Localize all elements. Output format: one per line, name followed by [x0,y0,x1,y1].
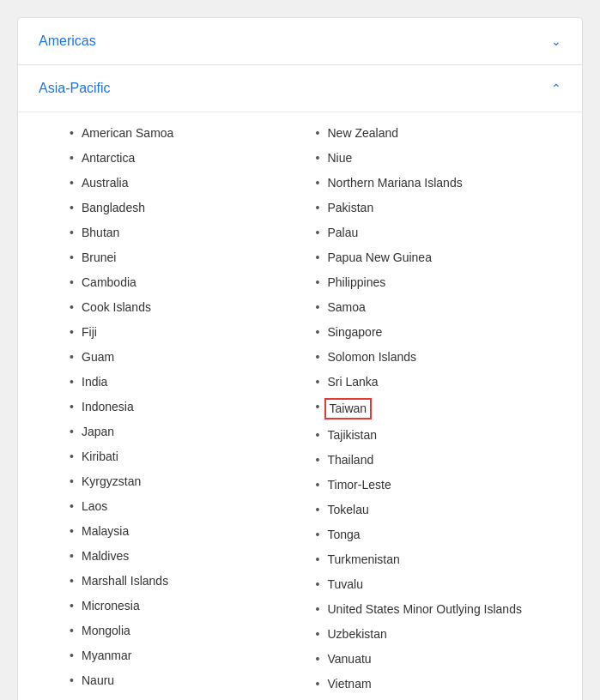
list-item: Northern Mariana Islands [316,171,562,196]
list-item: Uzbekistan [316,622,562,647]
list-item: Bhutan [70,220,316,245]
list-item: Timor-Leste [316,473,562,498]
list-item: Sri Lanka [316,370,562,395]
list-item: Pakistan [316,196,562,220]
section-americas: Americas ⌄ [18,18,582,65]
list-item: Nepal [70,693,316,700]
americas-chevron-down-icon: ⌄ [551,34,561,48]
list-item: Niue [316,146,562,171]
list-item: Indonesia [70,395,316,419]
list-item: Vanuatu [316,647,562,672]
column-left: American SamoaAntarcticaAustraliaBanglad… [70,121,316,700]
list-item: Papua New Guinea [316,245,562,270]
list-item: Tokelau [316,498,562,522]
list-item: Malaysia [70,519,316,544]
americas-title: Americas [39,33,96,49]
list-item: Palau [316,220,562,245]
asia-pacific-title: Asia-Pacific [39,81,111,96]
list-item: India [70,370,316,395]
right-country-list: New ZealandNiueNorthern Mariana IslandsP… [316,121,562,697]
americas-header[interactable]: Americas ⌄ [18,18,582,64]
list-item: Nauru [70,668,316,693]
main-container: Americas ⌄ Asia-Pacific ⌃ American Samoa… [17,17,583,700]
list-item: Kiribati [70,444,316,469]
list-item: Fiji [70,320,316,345]
list-item: Kyrgyzstan [70,469,316,494]
list-item: Turkmenistan [316,547,562,572]
column-right: New ZealandNiueNorthern Mariana IslandsP… [316,121,562,700]
list-item: American Samoa [70,121,316,146]
list-item: Myanmar [70,643,316,668]
list-item: Taiwan [316,395,562,423]
asia-pacific-content: American SamoaAntarcticaAustraliaBanglad… [18,112,582,700]
left-country-list: American SamoaAntarcticaAustraliaBanglad… [70,121,316,700]
list-item: Mongolia [70,619,316,643]
list-item: United States Minor Outlying Islands [316,597,562,622]
list-item: Australia [70,171,316,196]
list-item: Japan [70,419,316,444]
list-item: Tonga [316,522,562,547]
list-item: New Zealand [316,121,562,146]
list-item: Tuvalu [316,572,562,597]
list-item: Micronesia [70,594,316,619]
list-item: Samoa [316,295,562,320]
asia-pacific-header[interactable]: Asia-Pacific ⌃ [18,65,582,112]
taiwan-highlighted: Taiwan [324,398,373,419]
list-item: Singapore [316,320,562,345]
list-item: Thailand [316,448,562,473]
list-item: Antarctica [70,146,316,171]
section-asia-pacific: Asia-Pacific ⌃ American SamoaAntarcticaA… [18,65,582,700]
country-columns: American SamoaAntarcticaAustraliaBanglad… [70,121,561,700]
list-item: Solomon Islands [316,345,562,370]
list-item: Cook Islands [70,295,316,320]
list-item: Laos [70,494,316,519]
list-item: Bangladesh [70,196,316,220]
list-item: Maldives [70,544,316,569]
list-item: Brunei [70,245,316,270]
list-item: Marshall Islands [70,569,316,594]
list-item: Philippines [316,270,562,295]
asia-pacific-chevron-up-icon: ⌃ [551,81,561,95]
list-item: Cambodia [70,270,316,295]
list-item: Guam [70,345,316,370]
list-item: Tajikistan [316,423,562,448]
list-item: Vietnam [316,672,562,697]
